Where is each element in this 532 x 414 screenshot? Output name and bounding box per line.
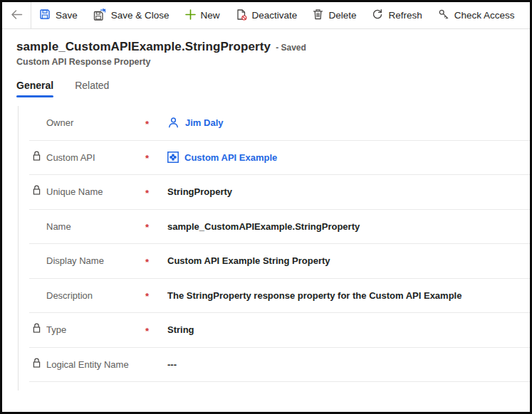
field-value[interactable]: Custom API Example String Property <box>167 255 330 266</box>
active-tab-underline <box>16 95 53 97</box>
field-row-logical-entity-name: Logical Entity Name <box>29 348 530 383</box>
lock-icon <box>32 185 41 198</box>
back-button[interactable] <box>2 2 31 28</box>
field-value-text[interactable]: --- <box>167 359 177 370</box>
save-status-badge: - Saved <box>276 43 306 53</box>
required-asterisk: * <box>145 289 149 302</box>
add-icon <box>185 9 196 22</box>
key-icon <box>438 9 449 22</box>
field-row-name: Name * <box>29 210 530 245</box>
deactivate-button[interactable]: Deactivate <box>228 2 306 28</box>
new-button-label: New <box>201 10 220 21</box>
field-label: Unique Name <box>46 186 103 197</box>
refresh-button-label: Refresh <box>388 10 422 21</box>
lock-icon <box>32 358 41 371</box>
save-close-icon <box>93 9 106 23</box>
field-label: Description <box>46 290 93 301</box>
field-row-display-name: Display Name * <box>29 244 530 279</box>
field-value-link[interactable]: Custom API Example <box>184 152 277 163</box>
entity-type-label: Custom API Response Property <box>16 57 516 67</box>
field-value-text[interactable]: StringProperty <box>167 186 232 197</box>
field-label: Type <box>46 324 66 335</box>
field-label: Name <box>46 221 71 232</box>
save-and-close-button-label: Save & Close <box>111 10 169 21</box>
required-asterisk: * <box>145 220 149 233</box>
save-icon <box>39 9 51 22</box>
field-row-custom-api: Custom API * <box>29 141 530 176</box>
field-value[interactable]: Jim Daly <box>167 117 223 129</box>
check-access-button[interactable]: Check Access <box>430 2 523 28</box>
lock-icon <box>32 323 41 336</box>
required-asterisk: * <box>145 324 149 336</box>
back-arrow-icon <box>11 9 23 22</box>
field-row-type: Type * <box>29 313 530 348</box>
field-value[interactable]: String <box>167 324 194 335</box>
custom-api-record-icon <box>167 152 179 163</box>
form-tabs: General Related <box>2 79 530 97</box>
refresh-icon <box>372 9 383 22</box>
field-label: Logical Entity Name <box>46 359 129 370</box>
refresh-button[interactable]: Refresh <box>364 2 429 28</box>
field-value[interactable]: Custom API Example <box>167 152 277 163</box>
deactivate-icon <box>236 9 247 23</box>
required-asterisk: * <box>145 186 149 198</box>
field-value[interactable]: The StringProperty response property for… <box>167 290 461 301</box>
check-access-button-label: Check Access <box>454 10 515 21</box>
field-row-description: Description * <box>29 279 530 314</box>
field-value-text[interactable]: String <box>167 324 194 335</box>
person-icon <box>167 117 179 129</box>
field-value-text[interactable]: The StringProperty response property for… <box>167 290 461 301</box>
field-label: Display Name <box>46 255 104 266</box>
save-button-label: Save <box>56 10 78 21</box>
command-bar: Save Save & Close New <box>2 2 530 29</box>
record-header: sample_CustomAPIExample.StringProperty -… <box>2 29 530 67</box>
deactivate-button-label: Deactivate <box>252 10 298 21</box>
field-value[interactable]: StringProperty <box>167 186 232 197</box>
save-button[interactable]: Save <box>31 2 85 28</box>
general-form-section: Owner * <box>18 106 530 391</box>
delete-button[interactable]: Delete <box>305 2 364 28</box>
delete-button-label: Delete <box>328 10 356 21</box>
required-asterisk: * <box>145 117 149 129</box>
field-value[interactable]: --- <box>167 359 177 370</box>
field-value-text[interactable]: sample_CustomAPIExample.StringProperty <box>167 221 360 232</box>
required-asterisk: * <box>145 151 149 164</box>
lock-icon <box>32 151 41 164</box>
field-label: Owner <box>46 117 73 128</box>
field-row-unique-name: Unique Name * <box>29 175 530 210</box>
field-value-link[interactable]: Jim Daly <box>185 117 223 128</box>
new-button[interactable]: New <box>177 2 228 28</box>
field-row-owner: Owner * <box>29 106 530 141</box>
field-value[interactable]: sample_CustomAPIExample.StringProperty <box>167 221 360 232</box>
delete-icon <box>313 9 323 22</box>
tab-related[interactable]: Related <box>75 79 109 97</box>
tab-general[interactable]: General <box>16 79 53 97</box>
field-label: Custom API <box>46 152 95 163</box>
app-window: Save Save & Close New <box>0 0 532 414</box>
save-and-close-button[interactable]: Save & Close <box>85 2 177 28</box>
page-title: sample_CustomAPIExample.StringProperty <box>16 40 271 54</box>
field-value-text[interactable]: Custom API Example String Property <box>167 255 330 266</box>
required-asterisk: * <box>145 255 149 267</box>
